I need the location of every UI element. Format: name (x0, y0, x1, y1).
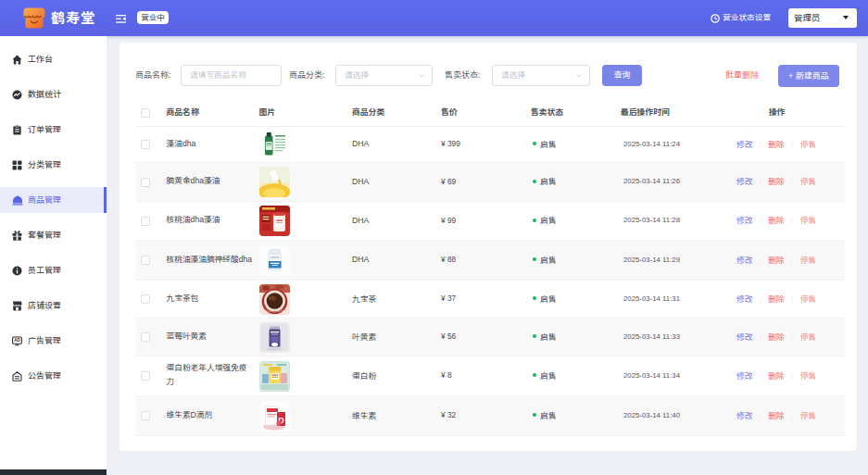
svg-text:AD: AD (14, 338, 20, 343)
